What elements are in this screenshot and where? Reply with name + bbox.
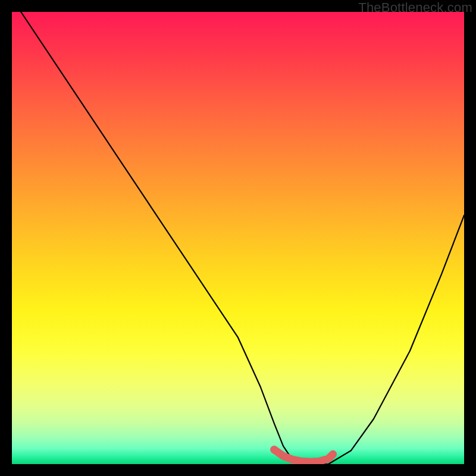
chart-svg: [12, 12, 464, 464]
watermark-text: TheBottleneck.com: [358, 0, 472, 15]
optimal-zone-start-dot: [270, 446, 278, 453]
optimal-zone: [274, 450, 333, 462]
chart-frame: [12, 12, 464, 464]
bottleneck-curve: [21, 12, 464, 464]
